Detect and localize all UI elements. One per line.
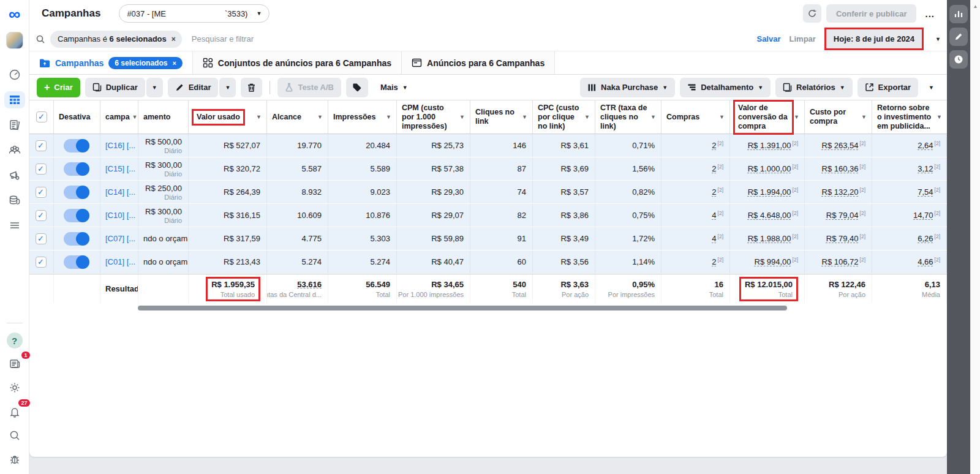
selected-count-badge[interactable]: 6 selecionados ×	[108, 57, 182, 69]
tab-campaigns[interactable]: Campanhas 6 selecionados ×	[29, 51, 193, 74]
billing-coins-icon[interactable]	[4, 192, 25, 209]
clicks-cell: 74	[470, 181, 533, 203]
campaign-link[interactable]: [C14] [...	[105, 187, 132, 197]
cpc-cell: R$ 3,49	[533, 227, 595, 250]
news-icon[interactable]: 1	[4, 355, 25, 372]
campaign-link[interactable]: [C10] [...	[105, 211, 132, 220]
col-impressions[interactable]: Impressões▼	[328, 100, 397, 134]
breakdown-button[interactable]: Detalhamento▼	[680, 78, 771, 97]
more-button[interactable]: Mais▼	[373, 78, 415, 97]
campaign-link[interactable]: [C15] [...	[105, 164, 132, 173]
row-checkbox[interactable]: ✓	[36, 257, 47, 268]
date-chevron-down-icon[interactable]: ▼	[935, 36, 941, 42]
history-clock-icon[interactable]	[949, 50, 968, 69]
delete-button[interactable]	[241, 78, 262, 97]
row-active-toggle[interactable]	[64, 232, 89, 246]
search-icon[interactable]	[4, 427, 25, 444]
help-icon[interactable]: ?	[7, 333, 23, 348]
review-publish-button[interactable]: Conferir e publicar	[826, 4, 917, 23]
refresh-button[interactable]	[803, 4, 821, 23]
filter-bar: Campanhas é 6 selecionados × Pesquisar e…	[29, 27, 947, 51]
col-cpc[interactable]: CPC (custo por clique no link)▼	[533, 100, 595, 134]
campaigns-table-icon[interactable]	[4, 91, 25, 108]
scroll-up-arrow[interactable]: ▲	[971, 4, 980, 9]
row-active-toggle[interactable]	[64, 255, 89, 269]
col-budget[interactable]: amento	[143, 113, 183, 122]
date-range-picker[interactable]: Hoje: 8 de jul de 2024	[826, 29, 922, 48]
trash-icon	[247, 83, 256, 92]
horizontal-scrollbar-thumb[interactable]	[138, 306, 787, 310]
table-body: ✓ [C16] [... R$ 500,00Diário R$ 527,07 1…	[29, 134, 947, 274]
meta-logo-icon[interactable]: ∞	[9, 5, 20, 23]
col-spent[interactable]: Valor usado▼	[189, 100, 267, 134]
pages-icon[interactable]	[4, 116, 25, 134]
cpm-cell: R$ 25,73	[397, 134, 470, 157]
row-active-toggle[interactable]	[64, 209, 89, 222]
row-checkbox[interactable]: ✓	[36, 187, 47, 198]
search-placeholder[interactable]: Pesquisar e filtrar	[192, 34, 254, 43]
ab-test-button[interactable]: Teste A/B	[277, 78, 341, 97]
budget-cell: R$ 500,00Diário	[138, 134, 189, 157]
ctr-cell: 0,71%	[595, 134, 662, 157]
tab-ads[interactable]: Anúncios para 6 Campanhas	[402, 51, 555, 74]
col-cpm[interactable]: CPM (custo por 1.000 impressões)▼	[397, 100, 470, 134]
clicks-cell: 87	[470, 157, 533, 180]
tab-adsets[interactable]: Conjuntos de anúncios para 6 Campanhas	[193, 51, 402, 74]
roas-cell: 3,12[2]	[872, 157, 947, 180]
overview-gauge-icon[interactable]	[4, 66, 25, 83]
remove-filter-icon[interactable]: ×	[172, 35, 176, 43]
audiences-people-icon[interactable]	[4, 141, 25, 159]
export-button[interactable]: Exportar	[858, 78, 918, 97]
ads-megaphone-icon[interactable]	[4, 167, 25, 184]
col-reach[interactable]: Alcance▼	[267, 100, 328, 134]
col-conv-value[interactable]: Valor de conversão da compra▼	[730, 100, 805, 134]
col-purchases[interactable]: Compras▼	[662, 100, 730, 134]
row-checkbox[interactable]: ✓	[36, 140, 47, 151]
columns-button[interactable]: Naka Purchase▼	[580, 78, 675, 97]
charts-panel-icon[interactable]	[949, 5, 968, 23]
row-active-toggle[interactable]	[64, 186, 89, 199]
filter-chip[interactable]: Campanhas é 6 selecionados ×	[50, 31, 182, 48]
row-active-toggle[interactable]	[64, 162, 89, 176]
select-all-checkbox[interactable]: ✓	[36, 111, 47, 122]
duplicate-dropdown[interactable]: ▼	[146, 78, 163, 97]
settings-gear-icon[interactable]	[4, 379, 25, 396]
reports-button[interactable]: Relatórios▼	[775, 78, 853, 97]
row-active-toggle[interactable]	[64, 139, 89, 152]
breakdown-icon	[687, 83, 696, 92]
col-clicks[interactable]: Cliques no link▼	[470, 100, 533, 134]
save-filter-link[interactable]: Salvar	[756, 34, 780, 43]
clicks-cell: 146	[470, 134, 533, 157]
col-ctr[interactable]: CTR (taxa de cliques no link)▼	[595, 100, 662, 134]
row-checkbox[interactable]: ✓	[36, 233, 47, 244]
bug-report-icon[interactable]	[4, 451, 25, 468]
edit-dropdown[interactable]: ▼	[219, 78, 236, 97]
create-button[interactable]: + Criar	[37, 78, 80, 97]
edit-button[interactable]: Editar	[168, 78, 219, 97]
col-name[interactable]: campa▼	[100, 100, 138, 134]
tag-button[interactable]	[346, 78, 368, 97]
campaign-link[interactable]: [C07] [...	[105, 234, 132, 243]
right-rail	[947, 0, 970, 474]
account-selector[interactable]: #037 - [ME `3533) ▼	[119, 4, 270, 23]
avatar[interactable]	[6, 32, 23, 49]
row-checkbox[interactable]: ✓	[36, 210, 47, 221]
all-tools-menu-icon[interactable]	[4, 217, 25, 234]
adsets-grid-icon	[203, 58, 213, 68]
export-dropdown[interactable]: ▼	[923, 78, 940, 97]
notifications-bell-icon[interactable]: 27	[4, 403, 25, 420]
more-options-button[interactable]: ...	[921, 9, 938, 19]
row-checkbox[interactable]: ✓	[36, 164, 47, 175]
cost-cell: R$ 106,72[2]	[805, 250, 872, 273]
campaign-link[interactable]: [C16] [...	[105, 141, 132, 150]
cpm-cell: R$ 40,47	[397, 250, 470, 273]
duplicate-button[interactable]: Duplicar	[85, 78, 145, 97]
search-icon	[36, 34, 45, 44]
col-cost[interactable]: Custo por compra▼	[805, 100, 872, 134]
col-roas[interactable]: Retorno sobre o investimento em publicid…	[872, 100, 947, 134]
vertical-scrollbar[interactable]: ▲	[970, 0, 980, 474]
edit-panel-icon[interactable]	[949, 28, 968, 46]
clear-selection-icon[interactable]: ×	[172, 59, 176, 67]
campaign-link[interactable]: [C01] [...	[105, 257, 132, 266]
clear-filter-link[interactable]: Limpar	[790, 34, 816, 43]
